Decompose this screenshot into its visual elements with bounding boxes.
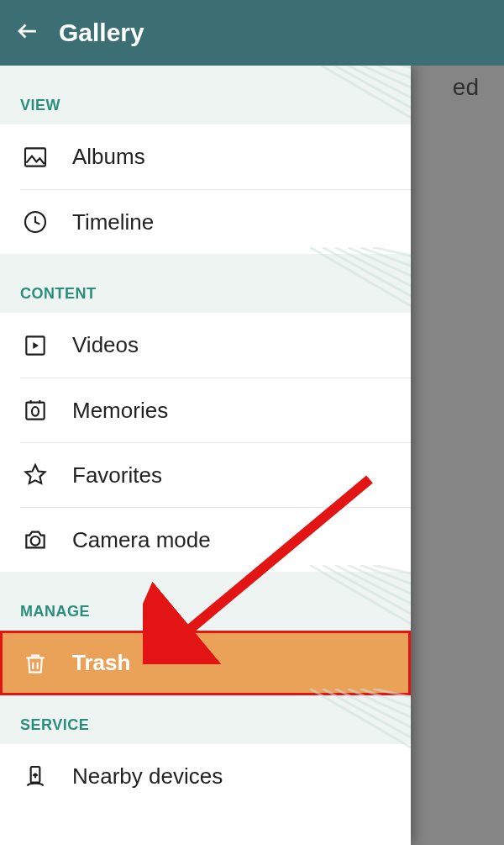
memories-icon [22, 397, 49, 424]
back-button[interactable] [15, 18, 40, 47]
nearby-devices-icon [22, 763, 49, 790]
drawer-scrim[interactable] [411, 62, 504, 845]
svg-line-8 [310, 247, 411, 306]
svg-point-16 [32, 407, 39, 416]
drawer-item-albums[interactable]: Albums [0, 124, 411, 189]
svg-line-1 [323, 66, 411, 108]
svg-line-9 [323, 247, 411, 296]
drawer-item-label: Nearby devices [72, 763, 223, 790]
drawer-item-camera-mode[interactable]: Camera mode [20, 507, 411, 572]
drawer-item-label: Favorites [72, 462, 162, 489]
section-header-service: SERVICE [0, 695, 411, 744]
drawer-item-label: Videos [72, 332, 139, 358]
arrow-left-icon [15, 18, 40, 44]
svg-line-18 [310, 565, 411, 624]
decorative-leaf-icon [260, 565, 411, 641]
svg-line-0 [310, 66, 411, 118]
svg-line-5 [373, 66, 411, 67]
decorative-leaf-icon [260, 247, 411, 323]
camera-icon [22, 526, 49, 553]
drawer-item-label: Camera mode [72, 527, 211, 553]
section-header-content: CONTENT [0, 254, 411, 313]
svg-line-3 [348, 66, 411, 87]
svg-rect-6 [25, 148, 45, 166]
section-label: CONTENT [20, 285, 97, 303]
svg-line-25 [323, 689, 411, 737]
play-box-icon [22, 332, 49, 359]
drawer-item-timeline[interactable]: Timeline [20, 189, 411, 254]
drawer-item-label: Memories [72, 398, 168, 424]
trash-icon [22, 650, 49, 677]
drawer-item-label: Timeline [72, 209, 154, 235]
svg-point-17 [31, 536, 40, 546]
drawer-item-favorites[interactable]: Favorites [20, 442, 411, 507]
section-label: VIEW [20, 97, 60, 114]
svg-line-19 [323, 565, 411, 614]
drawer-item-label: Trash [72, 650, 130, 676]
drawer-item-trash[interactable]: Trash [0, 631, 411, 695]
drawer-item-videos[interactable]: Videos [0, 313, 411, 378]
drawer-item-nearby-devices[interactable]: Nearby devices [0, 744, 411, 809]
clock-icon [22, 209, 49, 235]
app-bar: Gallery [0, 0, 504, 66]
drawer-item-memories[interactable]: Memories [20, 378, 411, 442]
image-icon [22, 144, 49, 171]
section-header-manage: MANAGE [0, 572, 411, 631]
svg-line-24 [310, 689, 411, 747]
svg-line-4 [360, 66, 411, 77]
section-label: SERVICE [20, 716, 89, 734]
svg-line-2 [335, 66, 411, 98]
decorative-leaf-icon [260, 66, 411, 135]
section-header-view: VIEW [0, 66, 411, 124]
page-title: Gallery [59, 18, 144, 47]
star-icon [22, 462, 49, 489]
section-label: MANAGE [20, 603, 90, 621]
navigation-drawer: VIEW Albums Timeline CONTENT Videos Memo… [0, 66, 411, 845]
drawer-item-label: Albums [72, 144, 145, 170]
